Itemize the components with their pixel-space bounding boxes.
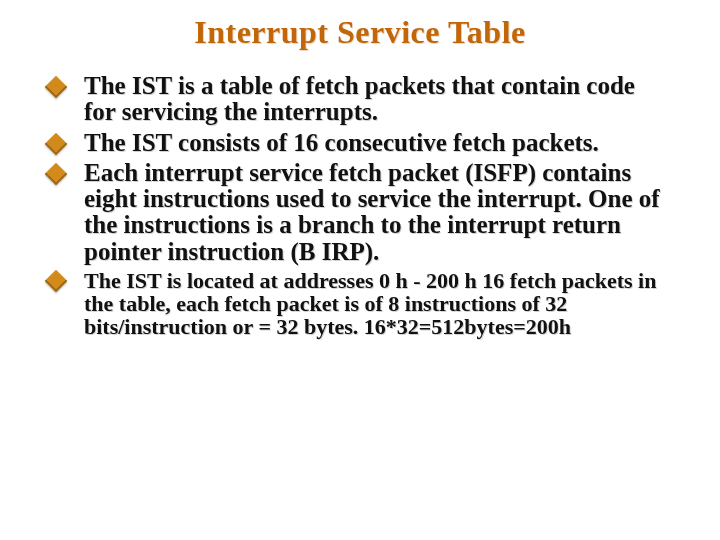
list-item: The IST is a table of fetch packets that… <box>40 73 672 126</box>
diamond-bullet-icon <box>45 162 68 185</box>
diamond-bullet-icon <box>45 132 68 155</box>
bullet-text: The IST is a table of fetch packets that… <box>84 72 635 125</box>
bullet-text: The IST is located at addresses 0 h - 20… <box>84 268 656 339</box>
diamond-bullet-icon <box>45 76 68 99</box>
bullet-text: Each interrupt service fetch packet (ISF… <box>84 159 660 265</box>
slide-title: Interrupt Service Table <box>40 14 680 51</box>
bullet-list: The IST is a table of fetch packets that… <box>40 73 680 338</box>
slide: Interrupt Service Table The IST is a tab… <box>0 0 720 540</box>
bullet-text: The IST consists of 16 consecutive fetch… <box>84 129 599 156</box>
diamond-bullet-icon <box>45 269 68 292</box>
list-item: The IST consists of 16 consecutive fetch… <box>40 130 672 156</box>
list-item: Each interrupt service fetch packet (ISF… <box>40 160 672 265</box>
list-item: The IST is located at addresses 0 h - 20… <box>40 269 672 338</box>
